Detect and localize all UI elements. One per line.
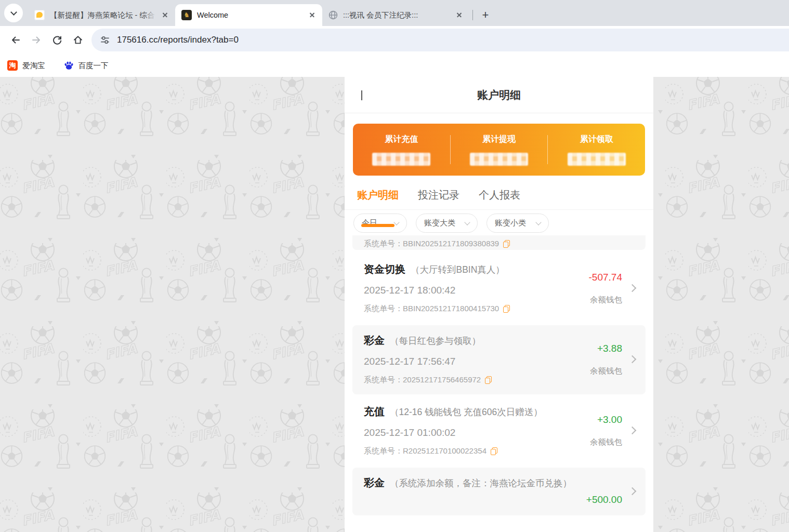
- transaction-amount-block: +500.00: [586, 476, 635, 506]
- transaction-type: 资金切换: [364, 263, 405, 275]
- transaction-amount-block: -507.74 余额钱包: [589, 262, 635, 314]
- globe-favicon-icon: [328, 10, 338, 20]
- forward-arrow-icon: [31, 35, 42, 45]
- chevron-right-icon: [628, 355, 637, 364]
- page-content: FIFA 账户明细 累计充值 累计提现: [0, 77, 789, 532]
- order-label: 系统单号：: [364, 375, 403, 385]
- masked-value: [568, 153, 626, 166]
- tab-title: :::视讯 会员下注纪录:::: [343, 10, 451, 20]
- tab-forum[interactable]: 【新提醒】海燕策略论坛 - 综合: [28, 4, 175, 26]
- transaction-type: 彩金: [364, 477, 385, 488]
- transaction-note: （12-16 钱能钱包 充值606次日赠送）: [390, 407, 543, 417]
- summary-card: 累计充值 累计提现 累计领取: [353, 124, 645, 176]
- transaction-list[interactable]: 系统单号： BBIN202512171809380839 资金切换（大厅转到BB…: [345, 235, 653, 515]
- order-label: 系统单号：: [364, 238, 403, 249]
- bookmark-baidu[interactable]: 百度一下: [64, 61, 109, 71]
- address-bar[interactable]: 175616.cc/reports/index?tab=0: [91, 29, 789, 51]
- transaction-info: 充值（12-16 钱能钱包 充值606次日赠送） 2025-12-17 01:0…: [364, 405, 584, 456]
- tab-strip: 【新提醒】海燕策略论坛 - 综合 ♞ Welcome :::视讯 会员下注纪录:…: [0, 0, 789, 26]
- transaction-row[interactable]: 彩金（每日红包参与领取） 2025-12-17 17:56:47 系统单号： 2…: [352, 325, 646, 394]
- bookmarks-bar: 淘 爱淘宝 百度一下: [0, 54, 789, 77]
- transaction-datetime: 2025-12-17 17:56:47: [364, 355, 584, 368]
- tab-search-button[interactable]: [4, 4, 23, 22]
- transaction-title: 彩金（每日红包参与领取）: [364, 334, 584, 348]
- transaction-note: （系统添加余额，备注：海燕论坛金币兑换）: [390, 478, 572, 488]
- transaction-title: 彩金（系统添加余额，备注：海燕论坛金币兑换）: [364, 476, 580, 490]
- order-number-line: 系统单号： BBIN202512171809380839: [364, 238, 510, 249]
- chat-bubble-favicon-icon: [34, 10, 45, 20]
- transaction-info: 彩金（每日红包参与领取） 2025-12-17 17:56:47 系统单号： 2…: [364, 334, 584, 385]
- transaction-title: 充值（12-16 钱能钱包 充值606次日赠送）: [364, 405, 584, 419]
- chevron-down-icon: [393, 219, 399, 225]
- transaction-row[interactable]: 充值（12-16 钱能钱包 充值606次日赠送） 2025-12-17 01:0…: [352, 396, 646, 466]
- transaction-info: 资金切换（大厅转到BBIN真人） 2025-12-17 18:00:42 系统单…: [364, 262, 583, 314]
- chevron-left-icon: [361, 90, 362, 100]
- wallet-label: 余额钱包: [590, 295, 622, 305]
- reload-button[interactable]: [47, 30, 68, 50]
- wallet-label: 余额钱包: [590, 437, 622, 448]
- transaction-amount: -507.74: [589, 271, 622, 284]
- tab-title-fade: [143, 10, 156, 20]
- section-tabs: 账户明细 投注记录 个人报表: [345, 176, 653, 210]
- filter-label: 账变大类: [424, 218, 455, 228]
- chevron-right-icon: [628, 427, 637, 435]
- home-icon: [73, 35, 83, 45]
- reload-icon: [52, 35, 62, 45]
- back-arrow-icon: [10, 35, 21, 45]
- chevron-right-icon: [628, 487, 637, 495]
- tab-betting-records[interactable]: :::视讯 会员下注纪录:::: [322, 4, 469, 26]
- summary-total-withdraw: 累计提现: [451, 134, 548, 166]
- copy-icon[interactable]: [503, 240, 510, 248]
- tab-separator: [472, 10, 473, 20]
- order-number: BBIN202512171809380839: [403, 238, 499, 249]
- order-number-line: 系统单号： 202512171756465972: [364, 375, 584, 385]
- tab-welcome[interactable]: ♞ Welcome: [175, 4, 322, 26]
- site-settings-icon[interactable]: [100, 35, 110, 45]
- close-icon[interactable]: [161, 10, 170, 20]
- baidu-paw-icon: [64, 61, 74, 70]
- close-icon[interactable]: [308, 10, 317, 20]
- transaction-row[interactable]: 资金切换（大厅转到BBIN真人） 2025-12-17 18:00:42 系统单…: [352, 254, 646, 323]
- copy-icon[interactable]: [491, 447, 497, 455]
- new-tab-button[interactable]: +: [478, 7, 493, 23]
- filter-minor-category-select[interactable]: 账变小类: [486, 214, 549, 233]
- transaction-info: 彩金（系统添加余额，备注：海燕论坛金币兑换）: [364, 476, 580, 506]
- tab-bet-records[interactable]: 投注记录: [418, 188, 459, 209]
- transaction-amount: +500.00: [586, 494, 622, 506]
- bookmark-label: 爱淘宝: [22, 61, 45, 71]
- chevron-right-icon: [628, 284, 637, 292]
- tab-title: 【新提醒】海燕策略论坛 - 综合: [50, 10, 156, 20]
- panel-header: 账户明细: [345, 77, 653, 113]
- summary-total-claimed: 累计领取: [548, 134, 645, 166]
- order-label: 系统单号：: [364, 446, 403, 456]
- transaction-type: 充值: [364, 406, 385, 417]
- tab-title: Welcome: [197, 11, 304, 19]
- page-title: 账户明细: [477, 88, 521, 102]
- url-text[interactable]: 175616.cc/reports/index?tab=0: [117, 35, 239, 45]
- transaction-row-clipped[interactable]: 系统单号： BBIN202512171809380839: [352, 235, 646, 250]
- summary-total-deposit: 累计充值: [353, 134, 450, 166]
- filter-major-category-select[interactable]: 账变大类: [416, 214, 478, 233]
- transaction-row[interactable]: 彩金（系统添加余额，备注：海燕论坛金币兑换） +500.00: [352, 468, 646, 515]
- close-icon[interactable]: [455, 10, 464, 20]
- bookmark-taobao[interactable]: 淘 爱淘宝: [7, 60, 45, 71]
- transaction-title: 资金切换（大厅转到BBIN真人）: [364, 262, 583, 276]
- transaction-amount-block: +3.00 余额钱包: [590, 405, 635, 456]
- transaction-amount: +3.88: [597, 342, 622, 355]
- tab-personal-report[interactable]: 个人报表: [479, 188, 520, 209]
- copy-icon[interactable]: [485, 376, 492, 384]
- forward-button[interactable]: [26, 30, 47, 50]
- tab-account-detail[interactable]: 账户明细: [357, 188, 399, 209]
- chevron-down-icon: [535, 219, 541, 225]
- filter-date-select[interactable]: 今日: [353, 214, 407, 233]
- back-button[interactable]: [359, 90, 370, 101]
- order-label: 系统单号：: [364, 303, 403, 314]
- bookmark-label: 百度一下: [78, 61, 109, 71]
- copy-icon[interactable]: [503, 305, 510, 313]
- wallet-label: 余额钱包: [590, 366, 622, 377]
- home-button[interactable]: [68, 30, 88, 50]
- order-number: BBIN202512171800415730: [403, 303, 499, 314]
- transaction-amount-block: +3.88 余额钱包: [590, 334, 635, 385]
- gold-emblem-favicon-icon: ♞: [181, 10, 192, 20]
- back-button[interactable]: [5, 30, 26, 50]
